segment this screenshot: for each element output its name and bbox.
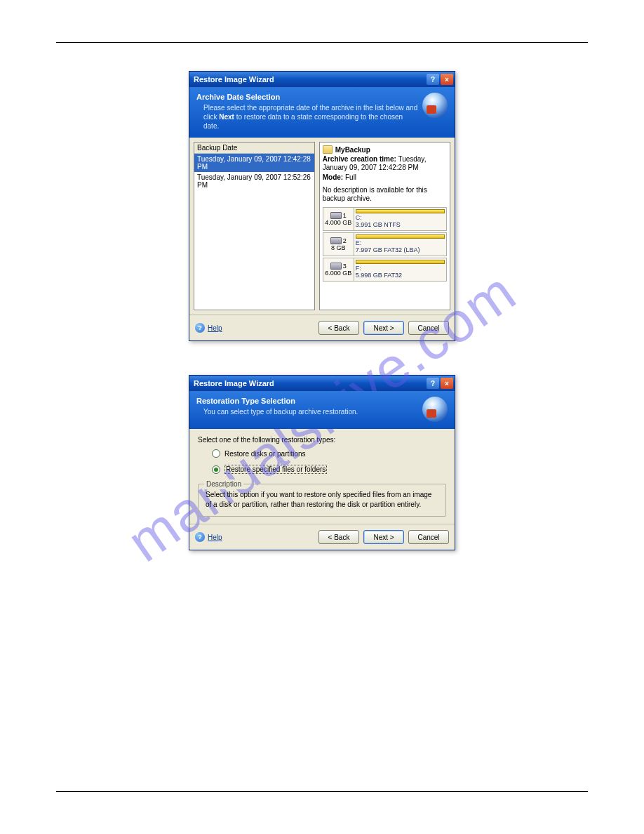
wizard-icon (422, 397, 448, 422)
banner-title: Archive Date Selection (196, 93, 418, 101)
wizard-icon (422, 93, 448, 118)
disk-total-size: 8 GB (331, 244, 346, 251)
bottom-rule (56, 791, 588, 792)
backup-date-list[interactable]: Backup Date Tuesday, January 09, 2007 12… (194, 142, 315, 310)
next-button[interactable]: Next > (363, 530, 404, 544)
description-group: Description Select this option if you wa… (198, 484, 446, 517)
disk-number: 2 (343, 237, 347, 244)
partition-size: 3.991 GB NTFS (356, 221, 445, 228)
radio-icon (212, 449, 220, 458)
back-button[interactable]: < Back (318, 321, 359, 335)
instruction-text: Select one of the following restoration … (198, 436, 446, 444)
titlebar-close-button[interactable]: × (441, 378, 453, 389)
radio-label: Restore specified files or folders (224, 465, 327, 474)
partition-size: 5.998 GB FAT32 (356, 272, 445, 279)
hard-disk-icon (330, 263, 342, 270)
help-icon: ? (195, 532, 205, 542)
wizard-banner: Restoration Type Selection You can selec… (189, 391, 455, 429)
no-description-text: No description is available for this bac… (323, 186, 447, 203)
help-link[interactable]: ? Help (195, 323, 222, 333)
dialog-footer: ? Help < Back Next > Cancel (189, 315, 455, 340)
radio-label: Restore disks or partitions (224, 450, 306, 458)
partition-letter: C: (356, 213, 445, 221)
partition-letter: E: (356, 239, 445, 246)
partition-size: 7.997 GB FAT32 (LBA) (356, 246, 445, 253)
list-item[interactable]: Tuesday, January 09, 2007 12:42:28 PM (194, 154, 314, 172)
disk-row: 1 4.000 GB C: 3.991 GB NTFS (323, 207, 447, 231)
radio-restore-disks[interactable]: Restore disks or partitions (212, 449, 446, 458)
archive-icon (323, 145, 333, 154)
partition-letter: F: (356, 264, 445, 272)
disk-number: 1 (343, 212, 347, 219)
help-icon: ? (195, 323, 205, 333)
banner-title: Restoration Type Selection (196, 397, 418, 405)
archive-name: MyBackup (335, 146, 370, 154)
hard-disk-icon (330, 212, 342, 219)
description-text: Select this option if you want to restor… (206, 491, 431, 508)
restore-wizard-dialog-2: Restore Image Wizard ? × Restoration Typ… (189, 375, 455, 550)
banner-subtitle: Please select the appropriate date of th… (196, 103, 418, 131)
titlebar-close-button[interactable]: × (441, 74, 453, 85)
disk-number: 3 (343, 263, 347, 270)
disk-total-size: 6.000 GB (325, 270, 351, 277)
next-button[interactable]: Next > (363, 321, 404, 335)
window-title: Restore Image Wizard (194, 75, 274, 84)
list-header[interactable]: Backup Date (194, 143, 314, 154)
disk-total-size: 4.000 GB (325, 219, 351, 226)
top-rule (56, 42, 588, 43)
titlebar[interactable]: Restore Image Wizard ? × (189, 72, 455, 87)
help-link[interactable]: ? Help (195, 532, 222, 542)
restoration-type-group: Restore disks or partitions Restore spec… (198, 449, 446, 474)
help-label: Help (208, 324, 222, 332)
titlebar[interactable]: Restore Image Wizard ? × (189, 376, 455, 391)
wizard-banner: Archive Date Selection Please select the… (189, 87, 455, 138)
banner-subtitle: You can select type of backup archive re… (196, 407, 418, 416)
back-button[interactable]: < Back (318, 530, 359, 544)
titlebar-help-button[interactable]: ? (427, 378, 439, 389)
window-title: Restore Image Wizard (194, 379, 274, 388)
description-legend: Description (204, 479, 243, 489)
titlebar-help-button[interactable]: ? (427, 74, 439, 85)
disk-layout: 1 4.000 GB C: 3.991 GB NTFS (323, 207, 447, 282)
restore-wizard-dialog-1: Restore Image Wizard ? × Archive Date Se… (189, 71, 455, 341)
list-item[interactable]: Tuesday, January 09, 2007 12:52:26 PM (194, 172, 314, 190)
radio-icon (212, 465, 220, 474)
hard-disk-icon (330, 237, 342, 244)
disk-row: 2 8 GB E: 7.997 GB FAT32 (LBA) (323, 232, 447, 256)
mode-line: Mode: Full (323, 173, 447, 182)
creation-time-line: Archive creation time: Tuesday, January … (323, 155, 447, 172)
archive-detail-pane: MyBackup Archive creation time: Tuesday,… (319, 142, 450, 310)
dialog-footer: ? Help < Back Next > Cancel (189, 524, 455, 550)
cancel-button[interactable]: Cancel (408, 321, 449, 335)
radio-restore-files[interactable]: Restore specified files or folders (212, 465, 446, 474)
disk-row: 3 6.000 GB F: 5.998 GB FAT32 (323, 258, 447, 282)
cancel-button[interactable]: Cancel (408, 530, 449, 544)
help-label: Help (208, 534, 222, 541)
